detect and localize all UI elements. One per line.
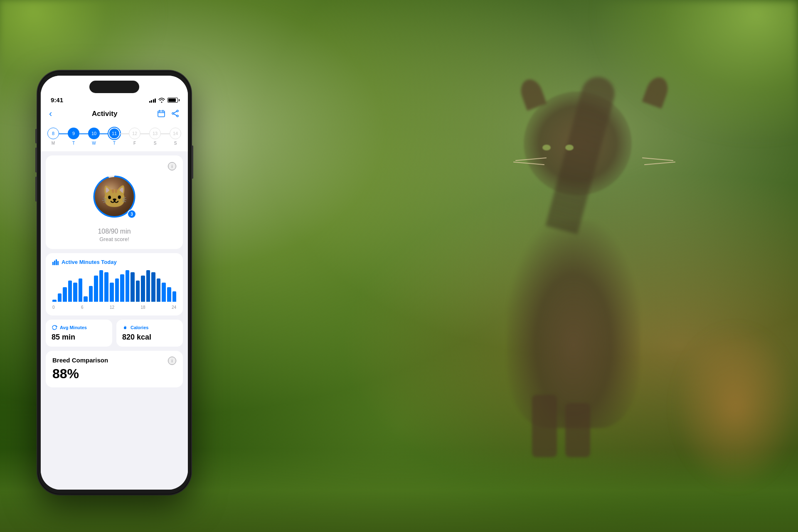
chart-card: Active Minutes Today 0 6 12 18 24 — [46, 253, 183, 315]
chart-bar — [68, 281, 72, 302]
chart-bar — [79, 278, 83, 302]
stats-row: Avg Minutes 85 min Calories 820 — [46, 320, 183, 347]
phone-wrapper: 9:41 — [37, 71, 191, 495]
calendar-icon — [157, 109, 165, 118]
score-target: /90 min — [109, 228, 131, 235]
level-badge: 3 — [127, 209, 136, 219]
svg-rect-13 — [56, 259, 57, 265]
day-item-wed[interactable]: 10 W — [88, 128, 100, 145]
calendar-button[interactable] — [157, 109, 165, 119]
chart-bar — [167, 287, 171, 302]
chart-labels: 0 6 12 18 24 — [52, 303, 176, 310]
chart-bar — [63, 287, 67, 302]
svg-point-4 — [177, 110, 178, 112]
refresh-icon — [52, 325, 57, 330]
calories-card: Calories 820 kcal — [116, 320, 183, 347]
day-item-sun[interactable]: 14 S — [170, 128, 181, 145]
day-selector: 8 M 9 T 10 W — [41, 123, 188, 151]
svg-rect-11 — [52, 262, 54, 265]
score-value: 108/90 min — [98, 224, 131, 236]
chart-bar — [126, 270, 130, 302]
svg-point-6 — [172, 113, 174, 114]
score-label: Great score! — [99, 236, 129, 242]
share-button[interactable] — [171, 109, 180, 119]
chart-bar — [136, 281, 140, 302]
avg-minutes-label: Avg Minutes — [60, 325, 87, 330]
avg-minutes-value: 85 min — [52, 333, 75, 341]
day-item-tue[interactable]: 9 T — [68, 128, 79, 145]
score-info-button[interactable]: i — [168, 162, 176, 170]
avg-minutes-card: Avg Minutes 85 min — [46, 320, 112, 347]
chart-title: Active Minutes Today — [52, 259, 176, 265]
chart-bar — [94, 276, 98, 302]
svg-line-7 — [174, 111, 177, 113]
score-card: i 3 — [46, 155, 183, 249]
chart-bar — [146, 270, 150, 302]
chart-bar — [172, 291, 177, 302]
svg-rect-0 — [158, 111, 165, 117]
share-icon — [171, 109, 180, 118]
breed-comparison-card: Breed Comparison i 88% — [46, 351, 183, 387]
chart-bar — [157, 278, 161, 302]
avatar — [95, 177, 134, 216]
day-item-sat[interactable]: 13 S — [149, 128, 161, 145]
day-item-thu[interactable]: 11 T — [108, 128, 120, 145]
status-time: 9:41 — [51, 96, 63, 103]
status-icons — [149, 98, 178, 103]
phone-screen: 9:41 — [41, 76, 188, 490]
chart-bar — [120, 274, 124, 302]
day-item-mon[interactable]: 8 M — [47, 128, 59, 145]
chart-bar — [89, 286, 93, 302]
app-content: i 3 — [41, 151, 188, 490]
battery-icon — [167, 98, 178, 103]
breed-info-button[interactable]: i — [168, 357, 176, 365]
chart-bar — [162, 283, 166, 302]
back-button[interactable]: ‹ — [49, 108, 52, 119]
signal-indicator — [149, 98, 156, 103]
chart-bar — [104, 272, 108, 302]
day-item-fri[interactable]: 12 F — [129, 128, 140, 145]
chart-bar — [115, 278, 119, 302]
app-header: ‹ Activity — [41, 105, 188, 123]
breed-title: Breed Comparison — [52, 357, 108, 364]
chart-bar — [110, 283, 114, 302]
flame-icon — [122, 325, 128, 330]
chart-bar — [52, 300, 57, 302]
wifi-icon — [158, 98, 165, 103]
svg-line-8 — [174, 114, 177, 116]
header-actions — [157, 109, 180, 119]
svg-rect-14 — [57, 261, 59, 265]
chart-bar — [151, 272, 155, 302]
avatar-ring: 3 — [91, 174, 137, 219]
calories-value: 820 kcal — [122, 333, 151, 341]
chart-bar — [131, 272, 135, 302]
chart-bar — [84, 296, 88, 302]
chart-icon — [52, 259, 59, 265]
calories-label: Calories — [131, 325, 148, 330]
warm-blur-right — [673, 324, 798, 490]
svg-point-5 — [177, 115, 178, 117]
chart-area — [52, 270, 176, 303]
chart-bar — [58, 293, 62, 302]
chart-bar — [141, 276, 145, 302]
breed-percentage: 88% — [52, 366, 79, 381]
phone-frame: 9:41 — [37, 71, 191, 495]
svg-rect-12 — [54, 261, 55, 265]
chart-bar — [99, 270, 103, 302]
chart-bar — [73, 283, 77, 302]
page-title: Activity — [92, 110, 117, 118]
score-display: 108/90 min — [98, 224, 131, 236]
